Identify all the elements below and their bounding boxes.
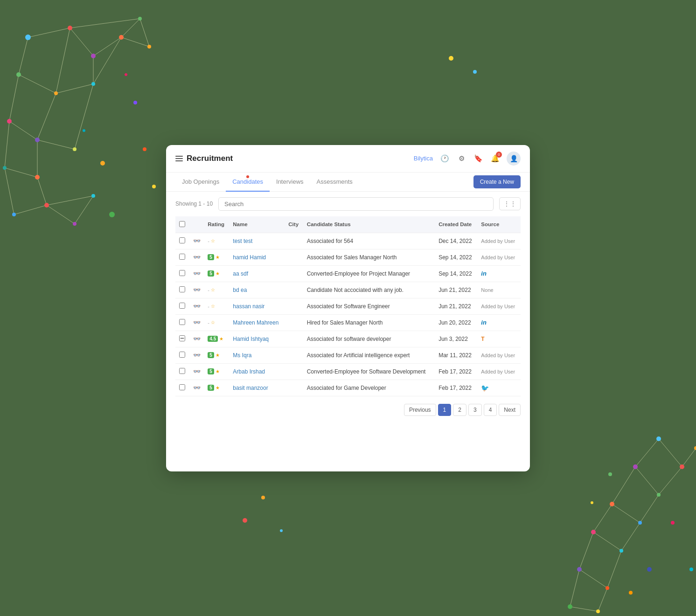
svg-point-44: [91, 194, 95, 198]
svg-point-70: [656, 436, 661, 441]
created-date: Sep 14, 2022: [435, 265, 477, 282]
preview-icon[interactable]: 👓: [193, 319, 200, 326]
candidate-name[interactable]: test test: [229, 233, 285, 249]
candidate-name[interactable]: basit manzoor: [229, 380, 285, 396]
candidate-city: [285, 233, 303, 249]
rating-cell: 5★: [208, 270, 225, 277]
toolbar: Showing 1 - 10 ⋮⋮: [166, 192, 530, 216]
created-date: Mar 11, 2022: [435, 347, 477, 363]
candidate-name[interactable]: Arbab Irshad: [229, 363, 285, 380]
table-row: 👓5★basit manzoorAssociated for Game Deve…: [175, 380, 521, 396]
svg-point-47: [83, 129, 85, 132]
select-all-checkbox[interactable]: [179, 221, 185, 227]
page-3-button[interactable]: 3: [468, 404, 482, 416]
candidate-name[interactable]: Ms Iqra: [229, 347, 285, 363]
bookmark-icon[interactable]: 🔖: [473, 153, 483, 164]
svg-point-35: [35, 138, 40, 142]
svg-line-21: [140, 19, 149, 47]
page-1-button[interactable]: 1: [438, 404, 452, 416]
rating-cell: -☆: [208, 287, 225, 293]
candidate-name[interactable]: bd ea: [229, 282, 285, 298]
row-checkbox[interactable]: [179, 368, 185, 374]
preview-icon[interactable]: 👓: [193, 286, 200, 293]
row-checkbox[interactable]: [179, 286, 185, 292]
avatar[interactable]: 👤: [507, 152, 521, 166]
svg-point-78: [619, 549, 623, 553]
candidate-status: Hired for Sales Manager North: [303, 314, 435, 331]
candidate-name[interactable]: Mahreen Mahreen: [229, 314, 285, 331]
row-checkbox[interactable]: [179, 237, 185, 243]
created-date: Dec 14, 2022: [435, 233, 477, 249]
svg-point-49: [143, 147, 146, 151]
row-checkbox[interactable]: [179, 384, 185, 390]
row-checkbox[interactable]: [179, 319, 185, 325]
svg-line-4: [19, 75, 56, 93]
tab-assessments[interactable]: Assessments: [310, 173, 359, 192]
candidate-name[interactable]: hassan nasir: [229, 298, 285, 314]
table-row: 👓4.5★Hamid IshtyaqAssociated for softwar…: [175, 331, 521, 347]
preview-icon[interactable]: 👓: [193, 270, 200, 277]
svg-point-34: [7, 119, 12, 124]
rating-cell: -☆: [208, 238, 225, 244]
svg-point-82: [596, 609, 600, 613]
candidate-status: Associated for Sales Manager North: [303, 249, 435, 265]
rating-number: 5: [208, 368, 214, 374]
rating-dash: -: [208, 287, 209, 293]
svg-line-17: [5, 168, 14, 215]
tab-job-openings[interactable]: Job Openings: [175, 173, 226, 192]
svg-line-6: [93, 37, 121, 84]
svg-line-15: [5, 168, 37, 177]
candidate-city: [285, 347, 303, 363]
page-4-button[interactable]: 4: [484, 404, 497, 416]
search-input[interactable]: [218, 197, 494, 211]
star-icon: ★: [216, 255, 220, 260]
menu-icon[interactable]: [175, 156, 183, 161]
candidate-status: Converted-Employee for Project Manager: [303, 265, 435, 282]
svg-line-53: [659, 439, 682, 467]
preview-icon[interactable]: 👓: [193, 303, 200, 310]
svg-line-59: [612, 504, 640, 523]
prev-button[interactable]: Previous: [404, 404, 436, 416]
preview-icon[interactable]: 👓: [193, 335, 200, 342]
clock-icon[interactable]: 🕐: [439, 153, 450, 164]
svg-point-43: [73, 222, 77, 226]
row-checkbox[interactable]: [179, 335, 185, 341]
tab-candidates[interactable]: Candidates: [226, 173, 270, 192]
filter-button[interactable]: ⋮⋮: [499, 197, 521, 210]
created-date: Jun 21, 2022: [435, 298, 477, 314]
created-date: Jun 3, 2022: [435, 331, 477, 347]
row-checkbox[interactable]: [179, 352, 185, 358]
candidate-name[interactable]: aa sdf: [229, 265, 285, 282]
rating-number: 5: [208, 254, 214, 260]
create-new-button[interactable]: Create a New: [473, 175, 521, 188]
candidate-city: [285, 363, 303, 380]
created-date: Feb 17, 2022: [435, 380, 477, 396]
svg-point-74: [657, 493, 661, 497]
preview-icon[interactable]: 👓: [193, 254, 200, 261]
header-city-col: City: [285, 216, 303, 233]
table-row: 👓-☆test testAssociated for 564Dec 14, 20…: [175, 233, 521, 249]
svg-point-27: [25, 35, 31, 40]
preview-icon[interactable]: 👓: [193, 237, 200, 244]
preview-icon[interactable]: 👓: [193, 352, 200, 359]
taleo-icon: T: [481, 336, 484, 342]
svg-line-13: [75, 84, 93, 149]
page-2-button[interactable]: 2: [453, 404, 466, 416]
row-checkbox[interactable]: [179, 254, 185, 260]
candidate-name[interactable]: hamid Hamid: [229, 249, 285, 265]
svg-point-48: [109, 212, 115, 217]
tab-interviews[interactable]: Interviews: [270, 173, 310, 192]
preview-icon[interactable]: 👓: [193, 368, 200, 375]
svg-line-68: [570, 607, 598, 611]
next-button[interactable]: Next: [499, 404, 521, 416]
notification-icon[interactable]: 🔔 0: [490, 153, 500, 164]
svg-line-5: [56, 84, 93, 93]
row-checkbox[interactable]: [179, 303, 185, 309]
svg-line-56: [635, 467, 659, 495]
svg-point-41: [138, 17, 142, 21]
table-row: 👓-☆Mahreen MahreenHired for Sales Manage…: [175, 314, 521, 331]
preview-icon[interactable]: 👓: [193, 384, 200, 391]
candidate-name[interactable]: Hamid Ishtyaq: [229, 331, 285, 347]
gear-icon[interactable]: ⚙: [456, 153, 466, 164]
row-checkbox[interactable]: [179, 270, 185, 276]
